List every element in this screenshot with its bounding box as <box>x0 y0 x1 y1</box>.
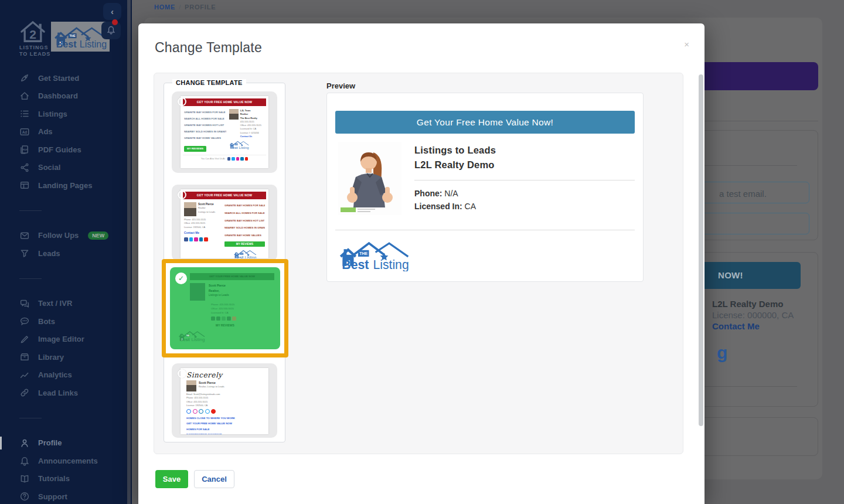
linkedin-icon <box>240 157 244 161</box>
agent-company: Listings to Leads <box>198 210 215 214</box>
sidebar-item-label: Get Started <box>38 74 79 83</box>
sidebar-item-label: Image Editor <box>38 335 84 343</box>
sidebar-item-image-editor[interactable]: Image Editor <box>0 331 127 349</box>
pen-icon <box>19 334 30 345</box>
radio-unselected-icon[interactable] <box>178 369 186 378</box>
sidebar-item-analytics[interactable]: Analytics <box>0 366 127 384</box>
template-option-1[interactable]: GET YOUR FREE HOME VALUE NOW GRANITE BAY… <box>172 91 277 173</box>
signature-contact-link[interactable]: Contact Me <box>712 321 760 331</box>
sidebar-collapse-button[interactable]: ‹ <box>103 3 121 20</box>
sidebar-item-landing-pages[interactable]: Landing Pages <box>0 176 127 195</box>
sidebar-item-announcements[interactable]: Announcements <box>0 452 127 470</box>
agent-phone: Phone: 415.555.5515 <box>211 302 280 307</box>
preview-phone: Phone: N/A <box>414 189 458 198</box>
home-icon <box>19 91 30 101</box>
template-banner: GET YOUR FREE HOME VALUE NOW <box>190 273 274 280</box>
sidebar-divider <box>19 418 42 418</box>
sidebar-item-follow-ups[interactable]: Follow Ups NEW <box>0 227 127 245</box>
breadcrumb-home-link[interactable]: HOME <box>154 4 175 11</box>
agent-photo <box>229 109 239 120</box>
save-button[interactable]: Save <box>155 470 188 488</box>
template-link: SEARCH ALL HOMES FOR SALE <box>224 210 265 217</box>
template-option-4[interactable]: Sincerely Scott Pierce Realtor, Listings… <box>172 363 277 438</box>
template-link: GRANITE BAY HOMES FOR SALE <box>184 109 226 115</box>
notifications-bell-button[interactable] <box>101 22 121 39</box>
brand-text: LISTINGS TO LEADS <box>19 45 50 58</box>
best-listing-logo-mini <box>233 249 257 258</box>
template-option-2[interactable]: GET YOUR FREE HOME VALUE NOW Scott Pierc… <box>172 185 277 261</box>
sidebar-item-profile[interactable]: Profile <box>0 434 127 452</box>
youtube-icon <box>232 316 236 321</box>
sidebar-scrollbar[interactable] <box>127 0 132 504</box>
sidebar-item-leads[interactable]: Leads <box>0 244 127 263</box>
cancel-button[interactable]: Cancel <box>194 470 234 488</box>
linkedin-icon <box>199 409 203 414</box>
visit-us-text: You Can Also Visit Us At <box>201 158 225 160</box>
agent-photo <box>184 202 196 216</box>
agent-role: Realtor, Listings to Leads <box>199 385 224 389</box>
brand-area: LISTINGS TO LEADS <box>18 20 124 55</box>
modal-panel: CHANGE TEMPLATE GET YOUR FREE HOME VALUE… <box>154 73 683 454</box>
facebook-icon <box>184 237 188 241</box>
rocket-icon <box>19 73 30 83</box>
template-link: NEARBY SOLD HOMES IN GRANITE BAY <box>224 224 265 232</box>
change-template-modal: Change Template × CHANGE TEMPLATE GET YO… <box>138 23 705 504</box>
preview-licensed: Licensed In: CA <box>414 202 476 211</box>
sidebar-item-listings[interactable]: Listings <box>0 105 127 123</box>
agent-license: License: 192500, CA <box>186 404 263 407</box>
divider <box>335 230 635 230</box>
radio-unselected-icon[interactable] <box>178 97 186 106</box>
twitter-icon <box>205 409 210 414</box>
selected-template-card: ✓ GET YOUR FREE HOME VALUE NOW Scott Pie… <box>170 267 280 349</box>
listings-to-leads-logo-icon <box>18 20 47 45</box>
agent-company: Listings to Leads <box>209 293 229 298</box>
sidebar-item-support[interactable]: Support <box>0 488 127 504</box>
phone-value: N/A <box>444 189 458 198</box>
sms-icon <box>19 298 30 309</box>
best-listing-logo-image <box>51 22 110 52</box>
bell-icon <box>106 25 116 35</box>
instagram-icon <box>236 157 240 161</box>
layout-icon <box>19 180 30 190</box>
bell-icon <box>19 455 30 466</box>
person-icon <box>19 438 30 448</box>
signature-company: L2L Realty Demo <box>712 299 783 309</box>
sidebar-item-social[interactable]: Social <box>0 159 127 177</box>
agent-role: Realtor, <box>209 288 229 294</box>
chat-dots-icon <box>19 316 30 326</box>
close-icon[interactable]: × <box>684 40 689 49</box>
agent-license: Licensed In: CA <box>211 311 280 315</box>
radio-unselected-icon[interactable] <box>178 190 186 199</box>
sidebar-item-label: Support <box>38 492 67 501</box>
modal-scrollbar-thumb[interactable] <box>699 74 703 426</box>
check-selected-icon: ✓ <box>175 273 187 284</box>
template-link: HOMES FOR SALE <box>186 427 263 432</box>
preview-label: Preview <box>326 81 355 90</box>
sidebar-item-label: Tutorials <box>38 474 70 483</box>
sidebar-item-lead-links[interactable]: Lead Links <box>0 384 127 402</box>
preview-company-1: Listings to Leads <box>414 145 496 156</box>
instagram-icon <box>194 237 198 241</box>
sidebar-item-get-started[interactable]: Get Started <box>0 69 127 87</box>
instagram-icon <box>193 409 198 414</box>
sidebar-item-pdf-guides[interactable]: PDF PDF Guides <box>0 141 127 159</box>
sidebar-divider <box>19 278 42 279</box>
sidebar-item-text-ivr[interactable]: Text / IVR <box>0 295 127 313</box>
sidebar-item-ads[interactable]: Ad Ads <box>0 123 127 141</box>
sidebar-item-dashboard[interactable]: Dashboard <box>0 87 127 105</box>
template-option-3-selected[interactable]: ✓ GET YOUR FREE HOME VALUE NOW Scott Pie… <box>162 259 288 357</box>
agent-photo <box>190 283 205 301</box>
divider <box>414 180 635 181</box>
svg-text:PDF: PDF <box>23 148 28 151</box>
best-listing-logo-mini <box>178 330 205 342</box>
agent-name: Scott Pierce <box>199 380 224 385</box>
book-icon <box>19 474 30 484</box>
sidebar-item-library[interactable]: Library <box>0 348 127 366</box>
sidebar-item-bots[interactable]: Bots <box>0 312 127 331</box>
my-reviews-button: MY REVIEWS <box>184 146 206 152</box>
sidebar-item-label: Bots <box>38 317 55 326</box>
banner-text-fragment: NOW! <box>718 270 743 280</box>
template-list: CHANGE TEMPLATE GET YOUR FREE HOME VALUE… <box>164 83 285 442</box>
sidebar-item-tutorials[interactable]: Tutorials <box>0 470 127 488</box>
template-link: DOWNPAYMENT ASSISTANT <box>186 432 263 434</box>
